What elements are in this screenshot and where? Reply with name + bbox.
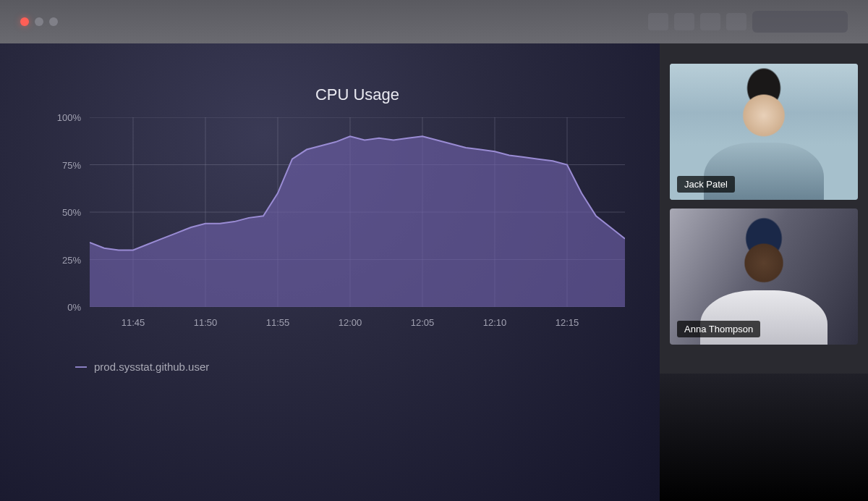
topbar-action-button[interactable] xyxy=(648,13,668,30)
y-axis: 100% 75% 50% 25% 0% xyxy=(35,117,90,307)
participants-sidebar: Jack Patel Anna Thompson xyxy=(660,43,868,501)
close-window-button[interactable] xyxy=(20,17,29,26)
window-controls xyxy=(20,17,58,26)
y-tick-label: 75% xyxy=(62,159,81,170)
participant-name-label: Jack Patel xyxy=(677,176,735,193)
y-tick-label: 0% xyxy=(67,302,81,313)
topbar-action-button[interactable] xyxy=(700,13,720,30)
topbar-actions xyxy=(648,11,848,33)
participant-name-label: Anna Thompson xyxy=(677,321,760,337)
participant-tile[interactable]: Jack Patel xyxy=(670,64,858,200)
x-tick-label: 12:10 xyxy=(483,317,507,328)
topbar-overflow-button[interactable] xyxy=(752,11,848,33)
chart-panel: CPU Usage 100% 75% 50% 25% 0% 11:4511:50… xyxy=(0,43,660,501)
x-tick-label: 12:00 xyxy=(339,317,362,328)
x-tick-label: 11:55 xyxy=(266,317,290,328)
chart-area xyxy=(90,117,625,307)
y-tick-label: 100% xyxy=(57,112,81,123)
window-titlebar xyxy=(0,0,868,43)
minimize-window-button[interactable] xyxy=(35,17,43,26)
x-tick-label: 12:15 xyxy=(556,317,579,328)
topbar-action-button[interactable] xyxy=(674,13,694,30)
topbar-action-button[interactable] xyxy=(726,13,746,30)
y-tick-label: 50% xyxy=(62,207,81,218)
chart-svg xyxy=(90,117,625,307)
x-tick-label: 11:45 xyxy=(122,317,145,328)
chart-body: 100% 75% 50% 25% 0% 11:4511:5011:5512:00… xyxy=(35,117,625,334)
x-tick-label: 12:05 xyxy=(411,317,435,328)
chart-title: CPU Usage xyxy=(90,85,625,104)
x-axis: 11:4511:5011:5512:0012:0512:1012:15 xyxy=(90,314,625,334)
x-tick-label: 11:50 xyxy=(194,317,218,328)
legend-series-label: prod.sysstat.github.user xyxy=(94,361,209,373)
chart-legend: prod.sysstat.github.user xyxy=(75,361,625,373)
maximize-window-button[interactable] xyxy=(49,17,58,26)
legend-swatch-icon xyxy=(75,366,87,368)
participant-tile[interactable]: Anna Thompson xyxy=(670,209,858,345)
y-tick-label: 25% xyxy=(62,254,81,265)
